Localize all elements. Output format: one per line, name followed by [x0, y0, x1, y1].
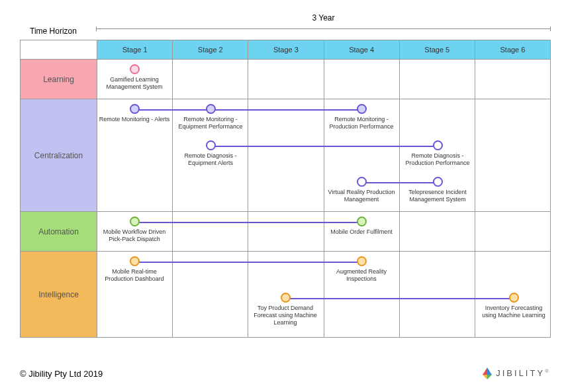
dot-icon — [130, 64, 140, 74]
node-label: Gamified Learning Management System — [98, 76, 171, 91]
row-label-learning: Learning — [21, 59, 97, 99]
time-horizon-title: 3 Year — [96, 13, 551, 23]
dot-icon — [130, 217, 140, 226]
node-mobile-order: Mobile Order Fulfilment — [325, 217, 398, 236]
node-rm-prod: Remote Monitoring - Production Performan… — [325, 104, 398, 130]
svg-marker-0 — [487, 368, 492, 375]
logo-text: JIBILITY® — [496, 368, 551, 378]
copyright-text: © Jibility Pty Ltd 2019 — [20, 369, 103, 379]
stage-header: Stage 2 — [172, 40, 248, 59]
header-spacer — [21, 40, 97, 59]
node-tele-incident: Telepresence Incident Management System — [401, 177, 474, 203]
dot-icon — [433, 177, 443, 187]
node-label: Remote Monitoring - Production Performan… — [325, 116, 398, 130]
node-inv-forecast: Inventory Forecasting using Machine Lear… — [477, 293, 550, 319]
dot-icon — [206, 140, 216, 150]
row-label-automation: Automation — [21, 211, 97, 251]
dot-icon — [357, 256, 367, 266]
stage-header: Stage 1 — [97, 40, 172, 59]
node-rd-equip: Remote Diagnosis - Equipment Alerts — [174, 140, 247, 167]
dot-icon — [130, 104, 140, 114]
svg-marker-1 — [483, 368, 487, 375]
roadmap-grid: Stage 1 Stage 2 Stage 3 Stage 4 Stage 5 … — [20, 40, 551, 338]
time-horizon-line — [96, 28, 551, 29]
row-centralization: Centralization Remote Monitoring - Alert… — [21, 99, 550, 211]
node-label: Mobile Workflow Driven Pick-Pack Dispatc… — [98, 228, 171, 243]
node-label: Remote Diagnosis - Production Performanc… — [401, 152, 474, 167]
dot-icon — [357, 104, 367, 114]
node-label: Inventory Forecasting using Machine Lear… — [477, 305, 550, 319]
dot-icon — [433, 140, 443, 150]
node-rm-alerts: Remote Monitoring - Alerts — [98, 104, 171, 123]
node-rm-equip: Remote Monitoring - Equipment Performanc… — [174, 104, 247, 130]
time-horizon-label: Time Horizon — [30, 26, 77, 36]
dot-icon — [357, 177, 367, 187]
row-automation: Automation Mobile Workflow Driven Pick-P… — [21, 211, 550, 251]
node-label: Augmented Reality Inspections — [325, 268, 398, 283]
dot-icon — [130, 256, 140, 266]
node-label: Mobile Order Fulfilment — [325, 228, 398, 236]
node-label: Mobile Real-time Production Dashboard — [98, 268, 171, 283]
node-label: Remote Diagnosis - Equipment Alerts — [174, 152, 247, 167]
row-learning: Learning Gamified Learning Management Sy… — [21, 59, 550, 99]
node-ar-inspections: Augmented Reality Inspections — [325, 256, 398, 283]
node-label: Virtual Reality Production Management — [325, 189, 398, 203]
node-gamified: Gamified Learning Management System — [98, 64, 171, 91]
roadmap-container: 3 Year Time Horizon Stage 1 Stage 2 Stag… — [13, 13, 551, 379]
node-label: Remote Monitoring - Alerts — [98, 116, 171, 123]
logo-icon — [481, 367, 493, 380]
node-mobile-dashboard: Mobile Real-time Production Dashboard — [98, 256, 171, 283]
node-label: Telepresence Incident Management System — [401, 189, 474, 203]
stage-header: Stage 3 — [248, 40, 323, 59]
stage-header: Stage 5 — [399, 40, 475, 59]
svg-marker-3 — [487, 375, 492, 379]
node-rd-prod: Remote Diagnosis - Production Performanc… — [401, 140, 474, 167]
node-vr-prod: Virtual Reality Production Management — [325, 177, 398, 203]
node-toy-demand: Toy Product Demand Forecast using Machin… — [249, 293, 322, 326]
dot-icon — [509, 293, 519, 303]
node-label: Toy Product Demand Forecast using Machin… — [249, 305, 322, 326]
stage-header: Stage 6 — [475, 40, 550, 59]
row-label-centralization: Centralization — [21, 99, 97, 211]
dot-icon — [357, 217, 367, 226]
row-label-intelligence: Intelligence — [21, 251, 97, 337]
stage-header: Stage 4 — [324, 40, 399, 59]
stage-header-row: Stage 1 Stage 2 Stage 3 Stage 4 Stage 5 … — [21, 40, 550, 59]
node-label: Remote Monitoring - Equipment Performanc… — [174, 116, 247, 130]
svg-marker-2 — [483, 375, 487, 379]
dot-icon — [206, 104, 216, 114]
node-mobile-workflow: Mobile Workflow Driven Pick-Pack Dispatc… — [98, 217, 171, 243]
row-intelligence: Intelligence Mobile Real-time Production… — [21, 251, 550, 337]
dot-icon — [281, 293, 291, 303]
jibility-logo: JIBILITY® — [481, 367, 551, 380]
